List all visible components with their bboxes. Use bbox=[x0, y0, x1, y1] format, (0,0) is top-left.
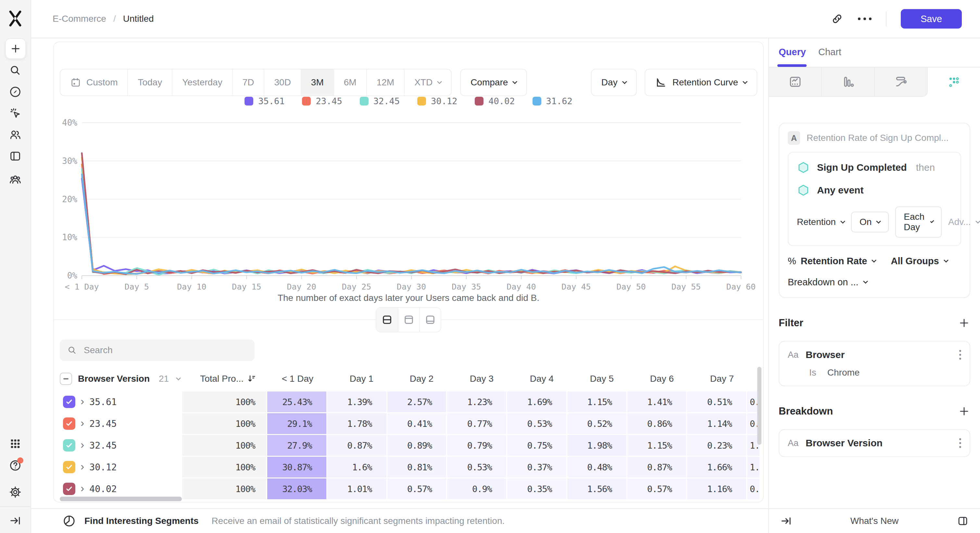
retention-cell[interactable]: 1.6% bbox=[327, 457, 387, 477]
total-column-header[interactable]: Total Pro... bbox=[183, 374, 267, 384]
range-12m[interactable]: 12M bbox=[366, 70, 404, 95]
settings-gear-icon[interactable] bbox=[8, 485, 22, 499]
search-input[interactable] bbox=[84, 345, 247, 355]
retention-cell[interactable]: 29.1% bbox=[267, 413, 326, 434]
first-event[interactable]: Sign Up Completed bbox=[817, 162, 907, 173]
series-line-40.02[interactable] bbox=[82, 153, 741, 274]
retention-cell[interactable]: 0.53% bbox=[507, 413, 566, 434]
chart-view-button[interactable]: Retention Curve bbox=[644, 69, 757, 96]
retention-cell[interactable]: 0.57% bbox=[387, 479, 447, 499]
series-line-32.45[interactable] bbox=[82, 169, 741, 275]
legend-item[interactable]: 23.45 bbox=[302, 96, 342, 106]
retention-cell[interactable]: 27.9% bbox=[267, 435, 326, 456]
measure-dropdown[interactable]: Retention Rate bbox=[801, 256, 876, 266]
day-column-header[interactable]: Day 1 bbox=[328, 374, 388, 384]
tab-chart[interactable]: Chart bbox=[818, 47, 842, 57]
layout-chart-button[interactable] bbox=[398, 308, 419, 332]
copy-link-icon[interactable] bbox=[830, 12, 844, 25]
retention-cell[interactable]: 0.53% bbox=[447, 457, 506, 477]
retention-cell[interactable]: 0.79% bbox=[447, 435, 506, 456]
retention-cell[interactable]: 0.75% bbox=[507, 435, 566, 456]
range-7d[interactable]: 7D bbox=[232, 70, 264, 95]
retention-cell[interactable]: 0.35% bbox=[507, 479, 566, 499]
range-30d[interactable]: 30D bbox=[264, 70, 301, 95]
expand-row-icon[interactable]: › bbox=[81, 461, 84, 472]
retention-cell[interactable]: 1.01% bbox=[327, 479, 387, 499]
retention-cell[interactable]: 1.16% bbox=[687, 479, 746, 499]
series-line-31.62[interactable] bbox=[82, 174, 741, 274]
retention-cell[interactable]: 1.39% bbox=[327, 392, 387, 412]
retention-cell[interactable]: 0.37% bbox=[507, 457, 566, 477]
legend-item[interactable]: 40.02 bbox=[475, 96, 515, 106]
day-column-header[interactable]: Day 2 bbox=[388, 374, 448, 384]
row-checkbox[interactable] bbox=[63, 461, 75, 473]
retention-cell[interactable]: 0.9% bbox=[447, 479, 506, 499]
app-logo[interactable] bbox=[8, 10, 23, 29]
retention-cell[interactable]: 0.51% bbox=[687, 392, 746, 412]
funnels-report-tile[interactable] bbox=[822, 68, 875, 97]
advanced-dropdown[interactable]: Adv... bbox=[948, 217, 980, 227]
filter-property[interactable]: Browser bbox=[806, 349, 845, 360]
row-checkbox[interactable] bbox=[63, 396, 75, 408]
breadcrumb-current[interactable]: Untitled bbox=[123, 14, 154, 24]
query-title[interactable]: Retention Rate of Sign Up Compl... bbox=[807, 133, 948, 143]
cursor-click-icon[interactable] bbox=[8, 106, 22, 120]
day-column-header[interactable]: Day 3 bbox=[448, 374, 508, 384]
create-button[interactable] bbox=[5, 38, 26, 59]
retention-report-tile[interactable] bbox=[928, 68, 980, 97]
row-checkbox[interactable] bbox=[63, 417, 75, 430]
add-filter-button[interactable] bbox=[958, 317, 970, 329]
legend-item[interactable]: 32.45 bbox=[360, 96, 400, 106]
breakdown-property[interactable]: Browser Version bbox=[806, 438, 883, 449]
granularity-button[interactable]: Day bbox=[591, 69, 637, 96]
apps-grid-icon[interactable] bbox=[8, 437, 22, 451]
legend-item[interactable]: 35.61 bbox=[245, 96, 285, 106]
range-custom[interactable]: Custom bbox=[60, 70, 127, 95]
retention-cell[interactable]: 30.87% bbox=[267, 457, 326, 477]
cohorts-icon[interactable] bbox=[8, 173, 22, 186]
day-column-header[interactable]: Day 7 bbox=[688, 374, 748, 384]
row-checkbox[interactable] bbox=[63, 439, 75, 452]
expand-row-icon[interactable]: › bbox=[81, 482, 84, 493]
compare-button[interactable]: Compare bbox=[460, 69, 527, 96]
day-column-header[interactable]: Day 6 bbox=[628, 374, 688, 384]
total-cell[interactable]: 100% bbox=[182, 457, 266, 477]
retention-cell[interactable]: 0.48% bbox=[567, 457, 626, 477]
day-column-header[interactable]: Day 5 bbox=[568, 374, 628, 384]
retention-line-chart[interactable]: 40%30%20%10%0%< 1 DayDay 5Day 10Day 15Da… bbox=[54, 117, 759, 294]
expand-row-icon[interactable]: › bbox=[81, 439, 84, 450]
day-column-header[interactable]: Day 4 bbox=[508, 374, 568, 384]
save-button[interactable]: Save bbox=[901, 9, 962, 29]
total-cell[interactable]: 100% bbox=[182, 479, 266, 499]
range-yesterday[interactable]: Yesterday bbox=[172, 70, 232, 95]
retention-cell[interactable]: 2.57% bbox=[387, 392, 447, 412]
breadcrumb-parent[interactable]: E-Commerce bbox=[52, 14, 106, 24]
retention-cell[interactable]: 0.81% bbox=[387, 457, 447, 477]
group-column-header[interactable]: Browser Version bbox=[78, 374, 150, 384]
retention-mode-dropdown[interactable]: Retention bbox=[797, 217, 845, 227]
whats-new-link[interactable]: What's New bbox=[769, 516, 980, 526]
series-line-35.61[interactable] bbox=[82, 179, 741, 274]
expand-row-icon[interactable]: › bbox=[81, 395, 84, 406]
legend-item[interactable]: 31.62 bbox=[533, 96, 573, 106]
retention-cell[interactable]: 25.43% bbox=[267, 392, 326, 412]
vertical-scrollbar[interactable] bbox=[757, 367, 762, 445]
total-cell[interactable]: 100% bbox=[182, 392, 266, 412]
boards-icon[interactable] bbox=[8, 149, 22, 163]
range-today[interactable]: Today bbox=[127, 70, 172, 95]
retention-cell[interactable]: 0.87% bbox=[627, 457, 686, 477]
retention-cell[interactable]: 0.86% bbox=[627, 413, 686, 434]
tab-query[interactable]: Query bbox=[779, 47, 806, 57]
filter-operator[interactable]: Is bbox=[809, 368, 816, 378]
breakdown-on-dropdown[interactable]: Breakdown on ... bbox=[788, 277, 961, 287]
retention-cell[interactable]: 1.78% bbox=[327, 413, 387, 434]
retention-cell[interactable]: 1.23% bbox=[447, 392, 506, 412]
retention-cell[interactable]: 1.41% bbox=[627, 392, 686, 412]
range-6m[interactable]: 6M bbox=[334, 70, 366, 95]
total-cell[interactable]: 100% bbox=[182, 435, 266, 456]
retention-cell[interactable]: 1.69% bbox=[507, 392, 566, 412]
select-all-checkbox[interactable] bbox=[60, 373, 72, 385]
filter-menu-icon[interactable] bbox=[959, 350, 961, 360]
retention-cell[interactable]: 0.87% bbox=[327, 435, 387, 456]
range-3m[interactable]: 3M bbox=[301, 70, 334, 95]
